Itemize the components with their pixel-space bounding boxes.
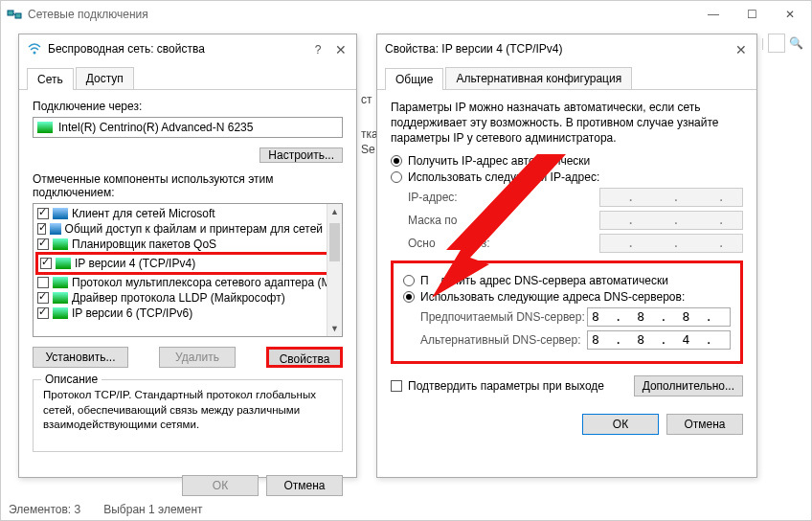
advanced-button[interactable]: Дополнительно...: [634, 375, 743, 396]
list-item[interactable]: IP версии 6 (TCP/IPv6): [72, 306, 192, 320]
components-list[interactable]: Клиент для сетей Microsoft Общий доступ …: [33, 203, 343, 337]
component-icon: [53, 277, 68, 288]
adapter-icon: [37, 122, 53, 133]
close-button[interactable]: ✕: [771, 3, 809, 26]
install-button[interactable]: Установить...: [33, 347, 128, 368]
configure-button[interactable]: Настроить...: [259, 147, 343, 163]
maximize-button[interactable]: ☐: [733, 3, 771, 26]
adapter-field: Intel(R) Centrino(R) Advanced-N 6235: [33, 117, 343, 138]
confirm-checkbox[interactable]: [391, 380, 402, 392]
svg-rect-1: [15, 13, 21, 18]
dns-pref-label: Предпочитаемый DNS-сервер:: [420, 310, 587, 324]
list-item[interactable]: Драйвер протокола LLDP (Майкрософт): [72, 291, 285, 305]
network-connections-icon: [7, 7, 22, 22]
scroll-thumb[interactable]: [329, 223, 340, 261]
list-item[interactable]: Протокол мультиплексора сетевого адаптер…: [72, 276, 337, 289]
description-text: Протокол TCP/IP. Стандартный протокол гл…: [43, 388, 332, 433]
dns-auto-label: Пxxлучить адрес DNS-сервера автоматическ…: [420, 274, 668, 287]
svg-point-3: [34, 52, 36, 55]
list-item[interactable]: Планировщик пакетов QoS: [72, 238, 216, 251]
tab-alt-config[interactable]: Альтернативная конфигурация: [445, 67, 632, 89]
component-icon: [53, 292, 68, 304]
wifi-icon: [27, 41, 42, 57]
ip-auto-label: Получить IP-адрес автоматически: [408, 154, 590, 168]
mask-label: Маска по: [408, 214, 599, 227]
components-label: Отмеченные компоненты используются этим …: [33, 172, 343, 199]
search-icon[interactable]: 🔍: [789, 36, 803, 50]
dns-manual-label: Использовать следующие адреса DNS-сервер…: [420, 290, 685, 304]
tab-access[interactable]: Доступ: [76, 67, 134, 89]
dns-alt-label: Альтернативный DNS-сервер:: [420, 333, 587, 347]
radio-ip-auto[interactable]: [391, 155, 402, 167]
ip-addr-label: IP-адрес:: [408, 191, 599, 204]
tab-network[interactable]: Сеть: [27, 68, 74, 90]
component-icon: [56, 258, 71, 269]
component-icon: [53, 307, 68, 319]
confirm-label: Подтвердить параметры при выходе: [408, 379, 604, 393]
radio-dns-auto[interactable]: [403, 275, 415, 286]
component-icon: [53, 208, 68, 219]
status-selection: Выбран 1 элемент: [103, 503, 202, 516]
dialog2-title: Свойства: IP версии 4 (TCP/IPv4): [385, 42, 563, 56]
ip-manual-label: Использовать следующий IP-адрес:: [408, 170, 599, 184]
list-item[interactable]: Клиент для сетей Microsoft: [72, 207, 215, 220]
main-window-title: Сетевые подключения: [28, 8, 148, 21]
gateway-label: Осноxxxxxxxxз:: [408, 237, 599, 250]
checkbox[interactable]: [37, 307, 49, 319]
close-icon[interactable]: ✕: [732, 40, 751, 59]
dialog1-title: Беспроводная сеть: свойства: [48, 42, 205, 56]
status-count: Элементов: 3: [9, 503, 80, 516]
scroll-down[interactable]: ▼: [327, 321, 342, 336]
svg-rect-0: [8, 11, 13, 15]
adapter-name: Intel(R) Centrino(R) Advanced-N 6235: [58, 121, 253, 134]
bg-text: ст: [361, 93, 372, 106]
close-icon[interactable]: ✕: [331, 40, 350, 59]
checkbox[interactable]: [37, 208, 49, 219]
bg-text: Se: [361, 143, 375, 156]
minimize-button[interactable]: —: [694, 3, 733, 26]
checkbox[interactable]: [40, 258, 52, 269]
properties-button[interactable]: Свойства: [266, 347, 343, 368]
component-icon: [50, 223, 60, 235]
scrollbar[interactable]: ▲ ▼: [327, 204, 342, 336]
list-item[interactable]: Общий доступ к файлам и принтерам для се…: [65, 222, 338, 236]
dns-pref-input[interactable]: [587, 307, 731, 327]
help-button[interactable]: ?: [308, 40, 327, 59]
list-item-ipv4[interactable]: IP версии 4 (TCP/IPv4): [75, 257, 195, 270]
ip-addr-input: [599, 188, 743, 207]
mask-input: [599, 211, 743, 230]
radio-dns-manual[interactable]: [403, 291, 415, 303]
checkbox[interactable]: [37, 292, 49, 304]
checkbox[interactable]: [37, 223, 46, 235]
cancel-button[interactable]: Отмена: [266, 475, 343, 496]
search-input[interactable]: [768, 34, 785, 53]
connect-via-label: Подключение через:: [33, 100, 343, 113]
tab-general[interactable]: Общие: [385, 68, 443, 90]
info-text: Параметры IP можно назначать автоматичес…: [391, 100, 743, 147]
description-title: Описание: [41, 373, 102, 386]
scroll-up[interactable]: ▲: [327, 204, 342, 219]
cancel-button[interactable]: Отмена: [666, 414, 743, 435]
radio-ip-manual[interactable]: [391, 171, 402, 183]
gateway-input: [599, 234, 743, 253]
dns-alt-input[interactable]: [587, 330, 731, 350]
component-icon: [53, 238, 68, 250]
checkbox[interactable]: [37, 238, 49, 250]
ok-button[interactable]: ОК: [582, 414, 659, 435]
ok-button[interactable]: ОК: [182, 475, 259, 496]
remove-button[interactable]: Удалить: [159, 347, 236, 368]
checkbox[interactable]: [37, 277, 49, 288]
